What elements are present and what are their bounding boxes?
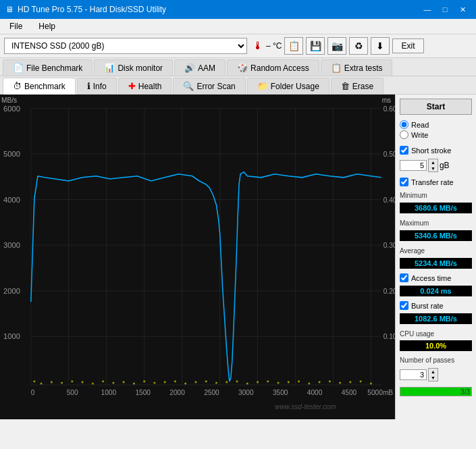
tab-health-label: Health <box>138 82 162 91</box>
refresh-btn[interactable]: ♻ <box>349 37 368 55</box>
tab-random-access-label: Random Access <box>250 63 309 73</box>
svg-point-55 <box>153 381 155 384</box>
tab-erase[interactable]: 🗑 Erase <box>331 78 384 94</box>
svg-point-54 <box>143 380 145 382</box>
maximize-button[interactable]: □ <box>437 3 453 16</box>
read-radio-label[interactable]: Read <box>400 120 472 129</box>
svg-text:3500: 3500 <box>273 389 288 396</box>
svg-text:www.ssd-tester.com: www.ssd-tester.com <box>275 403 336 411</box>
camera-btn[interactable]: 📷 <box>327 37 346 55</box>
svg-point-64 <box>246 382 248 384</box>
svg-text:5000: 5000 <box>3 150 20 158</box>
tab-disk-monitor[interactable]: 📊 Disk monitor <box>94 59 173 76</box>
chart-svg: 6000 5000 4000 3000 2000 1000 MB/s 0.60 … <box>0 95 395 419</box>
toolbar: INTENSO SSD (2000 gB) 🌡 – °C 📋 💾 📷 ♻ ⬇ E… <box>0 34 476 58</box>
burst-rate-row: Burst rate <box>400 301 472 310</box>
disk-monitor-icon: 📊 <box>104 63 115 73</box>
passes-spinner-row: ▲ ▼ <box>400 368 472 381</box>
svg-point-59 <box>194 381 196 383</box>
short-stroke-checkbox[interactable] <box>400 146 408 155</box>
svg-point-72 <box>329 380 331 382</box>
menu-file[interactable]: File <box>4 20 28 32</box>
spin-down-icon[interactable]: ▼ <box>429 165 438 171</box>
access-time-label: Access time <box>411 274 451 282</box>
short-stroke-input[interactable] <box>400 160 427 171</box>
tab-folder-usage[interactable]: 📁 Folder Usage <box>247 78 329 94</box>
svg-rect-0 <box>0 95 395 419</box>
svg-text:MB/s: MB/s <box>1 97 17 104</box>
svg-point-48 <box>82 381 84 383</box>
tab-benchmark[interactable]: ⏱ Benchmark <box>3 78 76 95</box>
tab-file-benchmark[interactable]: 📄 File Benchmark <box>3 59 92 76</box>
health-icon: ✚ <box>128 81 136 91</box>
download-btn[interactable]: ⬇ <box>371 37 390 55</box>
title-bar-text: HD Tune Pro 5.75 - Hard Disk/SSD Utility <box>18 5 166 14</box>
tab-info[interactable]: ℹ Info <box>77 78 117 94</box>
temperature-icon: 🌡 <box>253 40 263 52</box>
passes-spin-up-icon[interactable]: ▲ <box>429 369 438 375</box>
svg-point-56 <box>164 381 166 383</box>
short-stroke-spinner-row: ▲ ▼ gB <box>400 159 472 172</box>
start-button[interactable]: Start <box>400 99 472 115</box>
tab-extra-tests-label: Extra tests <box>344 63 383 73</box>
tabs-row1: 📄 File Benchmark 📊 Disk monitor 🔊 AAM 🎲 … <box>0 58 476 76</box>
short-stroke-spinner[interactable]: ▲ ▼ <box>428 159 438 172</box>
tab-disk-monitor-label: Disk monitor <box>117 63 163 73</box>
passes-spin-down-icon[interactable]: ▼ <box>429 375 438 381</box>
temperature-display: – °C <box>266 41 282 51</box>
svg-text:0.60: 0.60 <box>384 105 395 113</box>
tab-extra-tests[interactable]: 📋 Extra tests <box>321 59 393 76</box>
burst-rate-value: 1082.6 MB/s <box>400 313 472 324</box>
menu-help[interactable]: Help <box>33 20 61 32</box>
svg-point-76 <box>370 382 372 384</box>
benchmark-icon: ⏱ <box>13 81 22 91</box>
svg-text:0.10: 0.10 <box>384 333 395 340</box>
passes-input[interactable] <box>400 369 427 380</box>
tab-error-scan[interactable]: 🔍 Error Scan <box>173 78 245 94</box>
svg-text:2000: 2000 <box>3 287 20 295</box>
svg-point-62 <box>226 381 228 383</box>
short-stroke-row: Short stroke <box>400 146 472 155</box>
svg-text:2500: 2500 <box>204 389 219 396</box>
passes-spinner[interactable]: ▲ ▼ <box>428 368 438 381</box>
burst-rate-checkbox[interactable] <box>400 301 408 310</box>
minimum-value: 3680.6 MB/s <box>400 203 472 213</box>
info-btn[interactable]: 📋 <box>284 37 303 55</box>
access-time-checkbox[interactable] <box>400 273 408 282</box>
write-radio[interactable] <box>400 130 408 139</box>
transfer-rate-row: Transfer rate <box>400 178 472 186</box>
disk-selector[interactable]: INTENSO SSD (2000 gB) <box>4 38 247 54</box>
tab-benchmark-label: Benchmark <box>24 82 65 91</box>
svg-point-73 <box>339 381 341 384</box>
transfer-rate-checkbox[interactable] <box>400 178 408 186</box>
write-label: Write <box>411 131 428 139</box>
svg-point-50 <box>102 380 104 382</box>
disk-btn[interactable]: 💾 <box>306 37 325 55</box>
tab-health[interactable]: ✚ Health <box>118 78 172 94</box>
read-radio[interactable] <box>400 120 408 129</box>
spin-up-icon[interactable]: ▲ <box>429 159 438 165</box>
tab-random-access[interactable]: 🎲 Random Access <box>227 59 319 76</box>
close-button[interactable]: ✕ <box>454 3 471 16</box>
extra-tests-icon: 📋 <box>331 63 342 73</box>
exit-button[interactable]: Exit <box>392 38 423 53</box>
short-stroke-unit: gB <box>440 161 450 170</box>
tab-aam[interactable]: 🔊 AAM <box>174 59 226 76</box>
svg-point-75 <box>360 380 362 382</box>
svg-text:1000: 1000 <box>101 389 117 396</box>
svg-point-68 <box>288 381 290 383</box>
svg-point-43 <box>33 380 35 382</box>
svg-text:1000: 1000 <box>3 332 20 340</box>
minimize-button[interactable]: — <box>419 3 435 16</box>
short-stroke-label: Short stroke <box>411 147 451 155</box>
access-time-row: Access time <box>400 273 472 282</box>
access-time-value: 0.024 ms <box>400 286 472 296</box>
random-access-icon: 🎲 <box>237 63 248 73</box>
aam-icon: 🔊 <box>184 63 195 73</box>
tab-aam-label: AAM <box>198 63 215 73</box>
svg-text:4000: 4000 <box>3 196 20 204</box>
progress-text: 3/3 <box>460 388 470 396</box>
cpu-usage-value: 10.0% <box>400 340 472 351</box>
write-radio-label[interactable]: Write <box>400 130 472 139</box>
svg-text:0: 0 <box>31 389 35 396</box>
